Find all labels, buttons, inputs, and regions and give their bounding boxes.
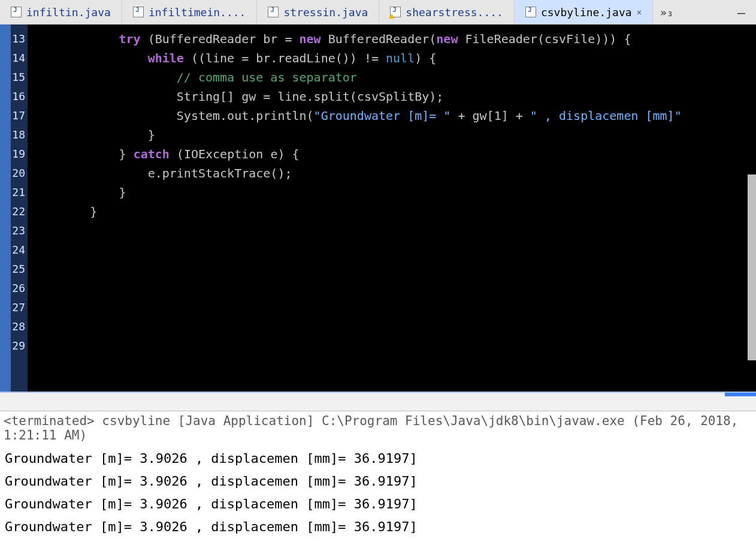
tab-label: stressin.java <box>283 6 368 19</box>
line-number: 21 <box>0 183 25 202</box>
console-line: Groundwater [m]= 3.9026 , displacemen [m… <box>5 493 751 516</box>
vertical-scrollbar[interactable] <box>748 174 756 360</box>
code-line: } catch (IOException e) { <box>32 144 756 164</box>
tab-bar: infiltin.javainfiltimein....stressin.jav… <box>0 0 756 25</box>
java-file-icon <box>11 7 22 17</box>
console-line: Groundwater [m]= 3.9026 , displacemen [m… <box>5 447 751 470</box>
code-line: String[] gw = line.split(csvSplitBy); <box>32 87 756 106</box>
console-line: Groundwater [m]= 3.9026 , displacemen [m… <box>5 470 751 493</box>
java-file-icon <box>525 7 536 17</box>
line-number-gutter: 1314151617181920212223242526272829 <box>0 25 28 392</box>
tabs-overflow-button[interactable]: »₃ <box>653 0 681 24</box>
console-status-line: <terminated> csvbyline [Java Application… <box>0 411 756 445</box>
tab-csvbyline-java[interactable]: csvbyline.java✕ <box>515 0 653 24</box>
line-number: 14 <box>0 49 25 68</box>
code-line: System.out.println("Groundwater [m]= " +… <box>32 106 756 125</box>
console-line: Groundwater [m]= 3.9026 , displacemen [m… <box>5 516 751 538</box>
java-file-icon <box>268 7 279 17</box>
code-line: } <box>32 183 756 202</box>
tab-label: csvbyline.java <box>541 6 632 19</box>
java-file-icon <box>133 7 144 17</box>
code-editor[interactable]: 1314151617181920212223242526272829 try (… <box>0 25 756 392</box>
line-number: 29 <box>0 336 25 356</box>
line-number: 25 <box>0 260 25 279</box>
code-area[interactable]: try (BufferedReader br = new BufferedRea… <box>28 25 756 392</box>
line-number: 22 <box>0 202 25 221</box>
console-toolbar-accent <box>725 393 756 396</box>
code-line: e.printStackTrace(); <box>32 164 756 183</box>
minimize-button[interactable]: — <box>727 0 756 24</box>
code-line: } <box>32 125 756 144</box>
tab-shearstress-[interactable]: shearstress.... <box>379 0 515 24</box>
line-number: 24 <box>0 240 25 260</box>
line-number: 27 <box>0 298 25 317</box>
tab-infiltimein-[interactable]: infiltimein.... <box>122 0 258 24</box>
line-number: 16 <box>0 87 25 106</box>
line-number: 19 <box>0 144 25 164</box>
line-number: 28 <box>0 317 25 336</box>
line-number: 17 <box>0 106 25 125</box>
code-line: try (BufferedReader br = new BufferedRea… <box>32 29 756 49</box>
tab-stressin-java[interactable]: stressin.java <box>257 0 379 24</box>
line-number: 23 <box>0 221 25 240</box>
line-number: 20 <box>0 164 25 183</box>
tab-label: shearstress.... <box>406 6 503 19</box>
line-number: 26 <box>0 279 25 298</box>
console-toolbar <box>0 392 756 411</box>
java-file-icon <box>390 7 401 17</box>
close-icon[interactable]: ✕ <box>637 7 642 17</box>
line-number: 15 <box>0 68 25 87</box>
code-line: while ((line = br.readLine()) != null) { <box>32 49 756 68</box>
tab-label: infiltimein.... <box>149 6 246 19</box>
line-number: 13 <box>0 29 25 49</box>
tab-infiltin-java[interactable]: infiltin.java <box>0 0 122 24</box>
code-line: // comma use as separator <box>32 68 756 87</box>
line-number: 18 <box>0 125 25 144</box>
tab-label: infiltin.java <box>26 6 111 19</box>
console-output[interactable]: Groundwater [m]= 3.9026 , displacemen [m… <box>0 445 756 539</box>
code-line: } <box>32 202 756 221</box>
